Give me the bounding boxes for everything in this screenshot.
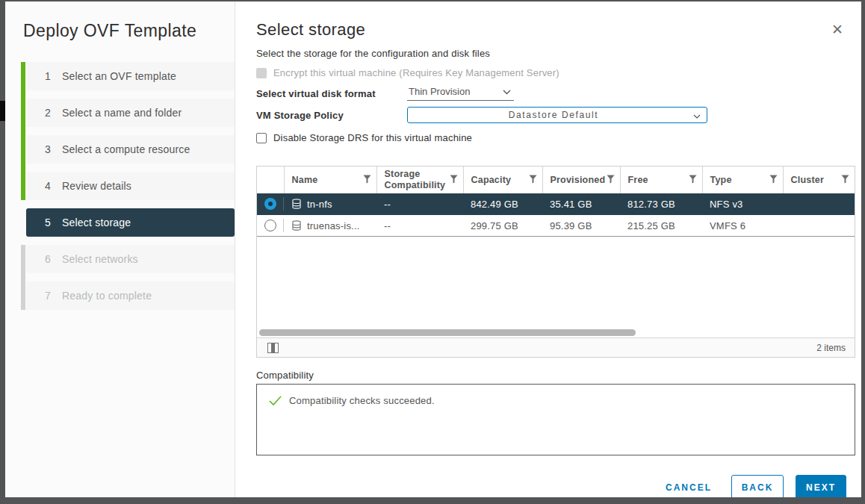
datastore-icon (291, 198, 302, 210)
cell-free: 215.25 GB (620, 215, 702, 237)
column-header-cluster: Cluster (783, 167, 855, 193)
datastore-grid: Name Storage Compatibility Capacity Prov… (256, 166, 855, 358)
wizard-sidebar: Deploy OVF Template 1 Select an OVF temp… (5, 1, 235, 497)
row-divider (283, 197, 284, 211)
step-label: Review details (62, 180, 131, 192)
grid-header-row: Name Storage Compatibility Capacity Prov… (257, 167, 855, 193)
chevron-down-icon (693, 108, 701, 122)
filter-icon[interactable] (689, 175, 697, 187)
background-accent-block (0, 101, 5, 121)
sidebar-step-1[interactable]: 1 Select an OVF template (26, 62, 235, 90)
cell-cluster (783, 193, 855, 215)
row-radio-cell (257, 193, 284, 215)
horizontal-scrollbar (257, 328, 855, 337)
sidebar-step-7: 7 Ready to complete (26, 281, 235, 310)
storage-policy-label: VM Storage Policy (256, 110, 407, 121)
datastore-icon (291, 220, 302, 231)
radio-selected[interactable] (264, 198, 276, 210)
storage-policy-value: Datastore Default (414, 110, 693, 120)
wizard-title: Deploy OVF Template (23, 21, 235, 41)
disable-drs-row: Disable Storage DRS for this virtual mac… (256, 132, 855, 143)
progress-rail-completed (21, 62, 25, 200)
filter-icon[interactable] (769, 175, 778, 187)
row-radio-cell (257, 215, 284, 237)
step-number: 3 (41, 143, 55, 155)
progress-rail-upcoming (21, 245, 25, 310)
cell-name: tn-nfs (284, 193, 376, 215)
grid-empty-area (257, 237, 855, 328)
step-number: 1 (41, 70, 55, 82)
encrypt-vm-checkbox (256, 68, 267, 78)
cell-storage-compatibility: -- (376, 193, 463, 215)
deploy-ovf-dialog: Deploy OVF Template 1 Select an OVF temp… (5, 1, 861, 497)
cell-name: truenas-is... (284, 215, 376, 237)
step-number: 2 (41, 107, 55, 119)
step-label: Select a compute resource (62, 143, 190, 155)
step-label: Select storage (62, 217, 131, 228)
storage-policy-row: VM Storage Policy Datastore Default (256, 107, 855, 123)
step-label: Select an OVF template (62, 70, 176, 82)
storage-policy-select[interactable]: Datastore Default (407, 107, 707, 123)
cell-type: NFS v3 (702, 193, 783, 215)
compatibility-label: Compatibility (256, 370, 855, 381)
disable-drs-label: Disable Storage DRS for this virtual mac… (273, 132, 472, 143)
encrypt-vm-row: Encrypt this virtual machine (Requires K… (256, 67, 855, 78)
cell-storage-compatibility: -- (376, 215, 463, 237)
step-label: Ready to complete (62, 290, 152, 302)
cell-capacity: 842.49 GB (463, 193, 542, 215)
wizard-content: Select storage ✕ Select the storage for … (235, 1, 861, 497)
filter-icon[interactable] (363, 175, 371, 187)
cell-capacity: 299.75 GB (463, 215, 542, 237)
column-picker-icon[interactable] (267, 343, 279, 353)
disk-format-select[interactable]: Thin Provision (407, 86, 514, 101)
wizard-steps: 1 Select an OVF template 2 Select a name… (21, 62, 235, 310)
page-subtitle: Select the storage for the configuration… (256, 48, 855, 59)
sidebar-step-2[interactable]: 2 Select a name and folder (26, 99, 235, 127)
datastore-row-truenas-is[interactable]: truenas-is... -- 299.75 GB 95.39 GB 215.… (257, 215, 855, 237)
screen-background: Deploy OVF Template 1 Select an OVF temp… (0, 0, 865, 504)
cell-provisioned: 35.41 GB (542, 193, 620, 215)
wizard-actions: CANCEL BACK NEXT (256, 475, 855, 497)
row-divider (283, 219, 284, 232)
column-header-name: Name (284, 167, 376, 193)
cell-cluster (783, 215, 855, 237)
radio-unselected[interactable] (264, 220, 276, 231)
column-header-type: Type (702, 167, 783, 193)
compatibility-message: Compatibility checks succeeded. (289, 395, 435, 406)
sidebar-step-4[interactable]: 4 Review details (26, 172, 235, 200)
column-header-capacity: Capacity (463, 167, 542, 193)
disk-format-value: Thin Provision (409, 86, 470, 97)
cell-type: VMFS 6 (702, 215, 783, 237)
items-count: 2 items (816, 343, 846, 353)
disk-format-label: Select virtual disk format (256, 88, 407, 99)
compatibility-box: Compatibility checks succeeded. (256, 384, 855, 455)
filter-icon[interactable] (841, 175, 849, 187)
step-number: 7 (41, 290, 55, 302)
radio-column-header (257, 167, 284, 193)
sidebar-step-5-active[interactable]: 5 Select storage (26, 208, 235, 237)
success-check-icon (269, 396, 282, 405)
sidebar-step-6: 6 Select networks (26, 245, 235, 273)
disable-drs-checkbox[interactable] (256, 133, 267, 143)
filter-icon[interactable] (529, 175, 537, 187)
cell-provisioned: 95.39 GB (542, 215, 620, 237)
step-label: Select networks (62, 253, 138, 265)
filter-icon[interactable] (450, 175, 458, 187)
cell-free: 812.73 GB (620, 193, 702, 215)
page-title: Select storage (256, 20, 855, 40)
close-icon[interactable]: ✕ (831, 22, 843, 37)
column-header-provisioned: Provisioned (542, 167, 620, 193)
scrollbar-thumb[interactable] (259, 329, 636, 336)
grid-footer: 2 items (257, 337, 855, 357)
cancel-button[interactable]: CANCEL (666, 482, 712, 493)
step-number: 4 (41, 180, 55, 192)
encrypt-vm-label: Encrypt this virtual machine (Requires K… (273, 67, 559, 78)
filter-icon[interactable] (607, 175, 615, 187)
step-number: 5 (41, 217, 55, 228)
sidebar-step-3[interactable]: 3 Select a compute resource (26, 135, 235, 164)
next-button[interactable]: NEXT (796, 475, 846, 497)
back-button[interactable]: BACK (731, 475, 784, 497)
column-header-free: Free (620, 167, 702, 193)
chevron-down-icon (503, 86, 511, 97)
datastore-row-tn-nfs[interactable]: tn-nfs -- 842.49 GB 35.41 GB 812.73 GB N… (257, 193, 855, 215)
